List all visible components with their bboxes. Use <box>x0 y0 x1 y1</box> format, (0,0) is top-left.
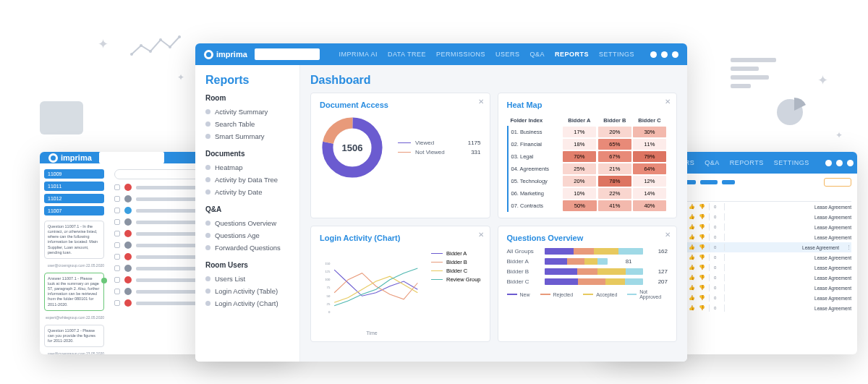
window-controls[interactable] <box>825 160 854 166</box>
thumbs-up-icon[interactable]: 👍 <box>689 224 694 230</box>
close-icon[interactable]: ✕ <box>665 231 671 239</box>
action-button[interactable] <box>824 178 851 187</box>
thumbs-up-icon[interactable]: 👍 <box>689 214 694 220</box>
sidebar-item[interactable]: Activity Summary <box>205 106 289 118</box>
gear-icon <box>204 50 213 59</box>
svg-text:75: 75 <box>327 286 331 289</box>
reports-sidebar: Reports RoomActivity SummarySearch Table… <box>195 65 300 362</box>
thumbs-up-icon[interactable]: 👍 <box>689 285 694 291</box>
sidebar-item-label: Activity by Data Tree <box>215 176 278 184</box>
status-dot-icon <box>124 242 132 249</box>
checkbox[interactable] <box>114 184 120 190</box>
thread-pill[interactable]: 11009 <box>44 169 104 179</box>
nav-item[interactable]: IMPRIMA AI <box>339 51 378 58</box>
heatmap-table: Folder IndexBidder ABidder BBidder C01. … <box>507 115 668 212</box>
sidebar-item[interactable]: Login Activity (Chart) <box>205 297 289 310</box>
nav-item[interactable]: SETTINGS <box>599 51 634 58</box>
sidebar-item-label: Login Activity (Chart) <box>215 299 278 307</box>
card-login-activity: ✕ Login Activity (Chart) 150125100755025… <box>310 226 490 342</box>
thumbs-down-icon[interactable]: 👎 <box>699 204 705 210</box>
thumbs-up-icon[interactable]: 👍 <box>689 265 694 270</box>
chart-legend: Bidder ABidder BBidder CReview Group <box>431 248 481 285</box>
thread-pill[interactable]: 11011 <box>44 182 104 191</box>
sidebar-item[interactable]: Questions Overview <box>205 217 289 229</box>
svg-point-4 <box>169 46 171 48</box>
thumbs-down-icon[interactable]: 👎 <box>699 224 705 230</box>
message-box[interactable]: Answer 11007.1 - Please look at the summ… <box>44 273 104 311</box>
thumbs-down-icon[interactable]: 👎 <box>699 275 705 281</box>
thread-pill[interactable]: 11007 <box>44 206 104 216</box>
checkbox[interactable] <box>114 289 120 294</box>
search-input[interactable] <box>255 48 320 60</box>
checkbox[interactable] <box>114 300 120 306</box>
status-dot-icon <box>124 218 132 226</box>
checkbox[interactable] <box>114 277 120 283</box>
sidebar-item[interactable]: Activity by Date <box>205 186 289 198</box>
thread-pill[interactable]: 11012 <box>44 194 104 203</box>
message-box[interactable]: Question 11007.1 - In the contract, or o… <box>44 221 104 259</box>
thumbs-down-icon[interactable]: 👎 <box>699 234 705 240</box>
nav-item[interactable]: USERS <box>495 51 520 58</box>
close-icon[interactable]: ✕ <box>478 231 484 239</box>
checkbox[interactable] <box>114 242 120 248</box>
thumbs-down-icon[interactable]: 👎 <box>699 255 705 260</box>
thumbs-up-icon[interactable]: 👍 <box>689 204 694 210</box>
thumbs-up-icon[interactable]: 👍 <box>689 305 694 311</box>
sidebar-item[interactable]: Smart Summary <box>205 130 289 142</box>
thumbs-up-icon[interactable]: 👍 <box>689 234 694 240</box>
reports-window: imprima IMPRIMA AIDATA TREEPERMISSIONSUS… <box>195 43 687 362</box>
sparkle-icon: ✦ <box>835 130 843 140</box>
chat-bubble-icon <box>40 101 83 135</box>
thumbs-up-icon[interactable]: 👍 <box>689 295 694 301</box>
sidebar-item[interactable]: Users List <box>205 273 289 285</box>
bullet-icon <box>205 276 210 281</box>
thumbs-down-icon[interactable]: 👎 <box>699 214 705 220</box>
checkbox[interactable] <box>114 231 120 236</box>
bullet-icon <box>205 109 210 114</box>
thumbs-down-icon[interactable]: 👎 <box>699 305 705 311</box>
dashboard-content: Dashboard ✕ Document Access 1506 <box>300 65 687 362</box>
sidebar-item[interactable]: Search Table <box>205 118 289 130</box>
sidebar-item[interactable]: Heatmap <box>205 161 289 174</box>
nav-item[interactable]: Q&A <box>529 51 545 58</box>
window-controls[interactable] <box>650 51 678 58</box>
thumbs-down-icon[interactable]: 👎 <box>699 285 705 291</box>
status-dot-icon <box>124 265 132 272</box>
sidebar-item[interactable]: Activity by Data Tree <box>205 174 289 186</box>
stacked-bar-row: Bidder B127 <box>507 268 668 275</box>
nav-item[interactable]: DATA TREE <box>388 51 426 58</box>
card-title: Document Access <box>320 101 481 109</box>
sidebar-item[interactable]: Forwarded Questions <box>205 242 289 254</box>
checkbox[interactable] <box>114 219 120 225</box>
thumbs-up-icon[interactable]: 👍 <box>689 255 694 260</box>
search-input[interactable] <box>99 152 164 163</box>
nav-item[interactable]: PERMISSIONS <box>436 51 485 58</box>
status-dot-icon <box>124 230 132 237</box>
thumbs-up-icon[interactable]: 👍 <box>689 275 694 281</box>
nav-item[interactable]: REPORTS <box>555 51 589 58</box>
thumbs-down-icon[interactable]: 👎 <box>699 244 705 250</box>
card-title: Questions Overview <box>507 234 668 242</box>
close-icon[interactable]: ✕ <box>665 98 671 106</box>
checkbox[interactable] <box>114 265 120 271</box>
thumbs-down-icon[interactable]: 👎 <box>699 265 705 270</box>
checkbox[interactable] <box>114 254 120 260</box>
sidebar-item-label: Smart Summary <box>215 132 265 140</box>
line-chart: 1501251007550250 <box>320 248 424 328</box>
donut-chart: 1506 <box>320 115 385 180</box>
message-box[interactable]: Question 11007.2 - Please can you provid… <box>44 325 104 347</box>
thumbs-down-icon[interactable]: 👎 <box>699 295 705 301</box>
checkbox[interactable] <box>114 196 120 202</box>
close-icon[interactable]: ✕ <box>478 98 484 106</box>
sidebar-item-label: Search Table <box>215 120 255 128</box>
status-dot-icon <box>124 195 132 202</box>
sparkle-icon: ✦ <box>817 72 828 88</box>
sidebar-item[interactable]: Questions Age <box>205 229 289 242</box>
checkbox[interactable] <box>114 208 120 213</box>
sidebar-item[interactable]: Login Activity (Table) <box>205 285 289 297</box>
thumbs-up-icon[interactable]: 👍 <box>689 244 694 250</box>
gear-icon <box>48 153 58 163</box>
card-questions-overview: ✕ Questions Overview All Groups162Bidder… <box>498 226 678 342</box>
svg-text:25: 25 <box>327 302 331 306</box>
sidebar-group-label: Q&A <box>205 205 289 213</box>
